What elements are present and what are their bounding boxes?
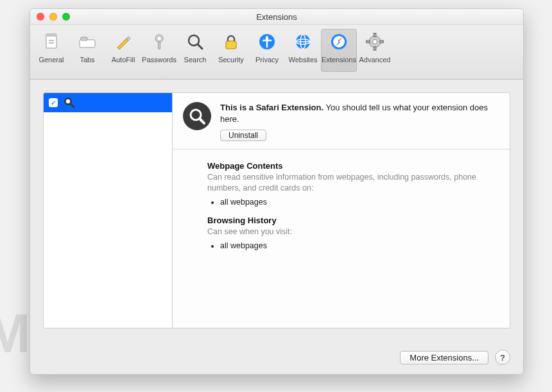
extension-permissions: Webpage Contents Can read sensitive info… xyxy=(173,149,510,266)
extension-description: This is a Safari Extension. You should t… xyxy=(220,102,499,124)
prefs-toolbar: General Tabs AutoFill Passwords Search xyxy=(30,25,523,80)
tab-label: Websites xyxy=(288,56,317,64)
svg-rect-4 xyxy=(80,40,95,47)
search-icon xyxy=(185,30,205,53)
perm-heading-webpage: Webpage Contents xyxy=(207,161,497,171)
svg-rect-24 xyxy=(367,41,370,43)
svg-rect-1 xyxy=(46,34,56,37)
tab-security[interactable]: Security xyxy=(213,29,249,72)
zoom-icon[interactable] xyxy=(62,13,70,21)
minimize-icon[interactable] xyxy=(49,13,57,21)
general-icon xyxy=(42,30,60,53)
tab-label: Tabs xyxy=(80,56,94,64)
perm-text-webpage: Can read sensitive information from webp… xyxy=(207,172,497,194)
perm-bullet: all webpages xyxy=(220,241,497,250)
tab-passwords[interactable]: Passwords xyxy=(141,29,177,72)
svg-point-21 xyxy=(373,40,377,44)
tab-privacy[interactable]: Privacy xyxy=(249,29,285,72)
tab-general[interactable]: General xyxy=(33,29,69,72)
extension-header: This is a Safari Extension. You should t… xyxy=(173,93,510,149)
tab-extensions[interactable]: Extensions xyxy=(321,29,357,72)
extensions-sidebar: ✓ xyxy=(43,92,173,328)
perm-text-history: Can see when you visit: xyxy=(207,226,497,237)
svg-point-13 xyxy=(266,37,269,40)
svg-point-27 xyxy=(66,99,70,103)
globe-icon xyxy=(293,30,313,53)
tab-label: Passwords xyxy=(142,56,177,64)
extension-enabled-checkbox[interactable]: ✓ xyxy=(49,98,58,107)
extension-list-item[interactable]: ✓ xyxy=(44,93,172,112)
magnifier-icon xyxy=(63,96,76,109)
key-icon xyxy=(150,30,169,53)
tab-label: General xyxy=(39,56,64,64)
svg-point-7 xyxy=(158,37,161,40)
extension-large-icon xyxy=(183,102,211,130)
tab-label: Privacy xyxy=(255,56,279,64)
svg-rect-5 xyxy=(81,37,87,40)
svg-rect-3 xyxy=(49,42,54,44)
help-button[interactable]: ? xyxy=(495,350,510,365)
svg-rect-2 xyxy=(49,40,54,41)
svg-rect-23 xyxy=(374,47,376,50)
svg-line-30 xyxy=(200,119,204,123)
close-icon[interactable] xyxy=(37,13,44,21)
extension-detail-pane: This is a Safari Extension. You should t… xyxy=(173,92,510,328)
tab-label: Search xyxy=(184,56,207,64)
lock-icon xyxy=(221,30,241,53)
tab-tabs[interactable]: Tabs xyxy=(69,29,105,72)
window-controls xyxy=(37,13,70,21)
footer-bar: More Extensions... ? xyxy=(43,350,510,365)
gear-icon xyxy=(365,30,384,53)
tab-search[interactable]: Search xyxy=(177,29,213,72)
window-title: Extensions xyxy=(256,12,297,22)
svg-rect-11 xyxy=(226,41,236,49)
content-area: ✓ This is a Safari Extension. You should… xyxy=(30,80,523,328)
titlebar: Extensions xyxy=(30,9,523,25)
svg-line-28 xyxy=(71,104,74,107)
uninstall-button[interactable]: Uninstall xyxy=(220,130,266,141)
perm-heading-history: Browsing History xyxy=(207,216,497,225)
tab-autofill[interactable]: AutoFill xyxy=(105,29,141,72)
svg-rect-22 xyxy=(374,33,376,37)
svg-rect-8 xyxy=(159,42,160,49)
preferences-window: Extensions General Tabs AutoFill Pa xyxy=(30,8,524,375)
tab-advanced[interactable]: Advanced xyxy=(357,29,393,72)
tabs-icon xyxy=(78,30,97,53)
tab-label: Extensions xyxy=(322,56,356,64)
privacy-icon xyxy=(257,30,277,53)
compass-icon xyxy=(329,30,349,53)
more-extensions-button[interactable]: More Extensions... xyxy=(400,351,488,364)
tab-label: Advanced xyxy=(359,56,391,64)
svg-line-10 xyxy=(198,44,202,49)
extension-title: This is a Safari Extension. xyxy=(220,103,323,112)
svg-rect-25 xyxy=(380,41,383,43)
tab-label: Security xyxy=(218,56,244,64)
autofill-icon xyxy=(114,30,133,53)
tab-label: AutoFill xyxy=(112,56,135,64)
tab-websites[interactable]: Websites xyxy=(285,29,321,72)
perm-bullet: all webpages xyxy=(220,198,497,207)
